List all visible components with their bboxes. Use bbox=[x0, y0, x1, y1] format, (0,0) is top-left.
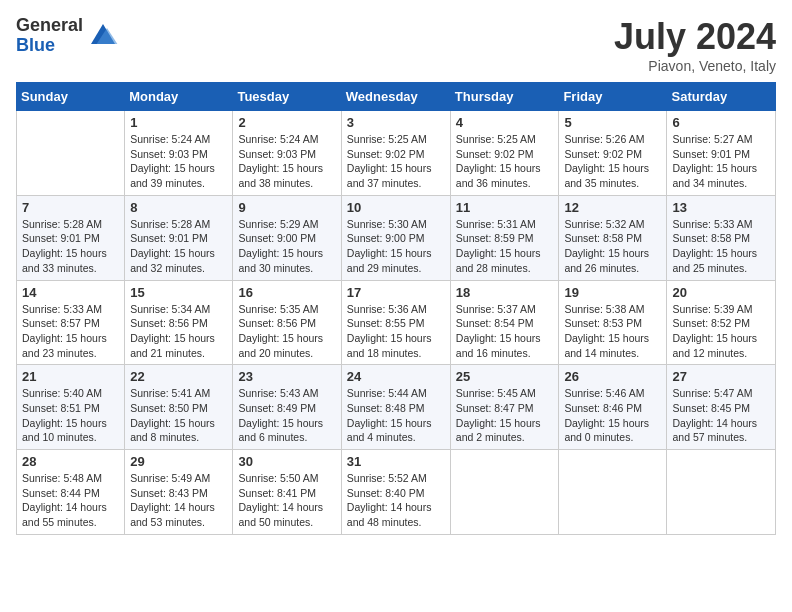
day-number: 7 bbox=[22, 200, 119, 215]
day-number: 23 bbox=[238, 369, 335, 384]
day-number: 12 bbox=[564, 200, 661, 215]
calendar-cell: 27Sunrise: 5:47 AMSunset: 8:45 PMDayligh… bbox=[667, 365, 776, 450]
calendar-cell: 4Sunrise: 5:25 AMSunset: 9:02 PMDaylight… bbox=[450, 111, 559, 196]
calendar-cell bbox=[559, 450, 667, 535]
day-number: 15 bbox=[130, 285, 227, 300]
week-row-1: 1Sunrise: 5:24 AMSunset: 9:03 PMDaylight… bbox=[17, 111, 776, 196]
calendar-cell: 3Sunrise: 5:25 AMSunset: 9:02 PMDaylight… bbox=[341, 111, 450, 196]
day-number: 17 bbox=[347, 285, 445, 300]
day-info: Sunrise: 5:44 AMSunset: 8:48 PMDaylight:… bbox=[347, 386, 445, 445]
calendar-cell: 2Sunrise: 5:24 AMSunset: 9:03 PMDaylight… bbox=[233, 111, 341, 196]
calendar-cell: 7Sunrise: 5:28 AMSunset: 9:01 PMDaylight… bbox=[17, 195, 125, 280]
calendar-cell: 22Sunrise: 5:41 AMSunset: 8:50 PMDayligh… bbox=[125, 365, 233, 450]
calendar-cell: 21Sunrise: 5:40 AMSunset: 8:51 PMDayligh… bbox=[17, 365, 125, 450]
day-info: Sunrise: 5:37 AMSunset: 8:54 PMDaylight:… bbox=[456, 302, 554, 361]
week-row-4: 21Sunrise: 5:40 AMSunset: 8:51 PMDayligh… bbox=[17, 365, 776, 450]
calendar-cell bbox=[450, 450, 559, 535]
day-info: Sunrise: 5:48 AMSunset: 8:44 PMDaylight:… bbox=[22, 471, 119, 530]
calendar-cell: 23Sunrise: 5:43 AMSunset: 8:49 PMDayligh… bbox=[233, 365, 341, 450]
day-info: Sunrise: 5:39 AMSunset: 8:52 PMDaylight:… bbox=[672, 302, 770, 361]
day-info: Sunrise: 5:29 AMSunset: 9:00 PMDaylight:… bbox=[238, 217, 335, 276]
day-info: Sunrise: 5:33 AMSunset: 8:57 PMDaylight:… bbox=[22, 302, 119, 361]
calendar-cell: 30Sunrise: 5:50 AMSunset: 8:41 PMDayligh… bbox=[233, 450, 341, 535]
day-info: Sunrise: 5:49 AMSunset: 8:43 PMDaylight:… bbox=[130, 471, 227, 530]
day-number: 31 bbox=[347, 454, 445, 469]
day-number: 26 bbox=[564, 369, 661, 384]
calendar-cell: 16Sunrise: 5:35 AMSunset: 8:56 PMDayligh… bbox=[233, 280, 341, 365]
weekday-header-wednesday: Wednesday bbox=[341, 83, 450, 111]
day-number: 5 bbox=[564, 115, 661, 130]
day-info: Sunrise: 5:28 AMSunset: 9:01 PMDaylight:… bbox=[130, 217, 227, 276]
page-header: General Blue July 2024 Piavon, Veneto, I… bbox=[16, 16, 776, 74]
day-info: Sunrise: 5:30 AMSunset: 9:00 PMDaylight:… bbox=[347, 217, 445, 276]
calendar-cell: 19Sunrise: 5:38 AMSunset: 8:53 PMDayligh… bbox=[559, 280, 667, 365]
day-number: 22 bbox=[130, 369, 227, 384]
calendar-cell: 31Sunrise: 5:52 AMSunset: 8:40 PMDayligh… bbox=[341, 450, 450, 535]
calendar-cell: 5Sunrise: 5:26 AMSunset: 9:02 PMDaylight… bbox=[559, 111, 667, 196]
day-number: 30 bbox=[238, 454, 335, 469]
day-number: 4 bbox=[456, 115, 554, 130]
logo-icon bbox=[87, 20, 119, 52]
location-subtitle: Piavon, Veneto, Italy bbox=[614, 58, 776, 74]
calendar-cell: 8Sunrise: 5:28 AMSunset: 9:01 PMDaylight… bbox=[125, 195, 233, 280]
weekday-header-tuesday: Tuesday bbox=[233, 83, 341, 111]
week-row-5: 28Sunrise: 5:48 AMSunset: 8:44 PMDayligh… bbox=[17, 450, 776, 535]
day-number: 16 bbox=[238, 285, 335, 300]
day-info: Sunrise: 5:46 AMSunset: 8:46 PMDaylight:… bbox=[564, 386, 661, 445]
day-info: Sunrise: 5:36 AMSunset: 8:55 PMDaylight:… bbox=[347, 302, 445, 361]
day-info: Sunrise: 5:52 AMSunset: 8:40 PMDaylight:… bbox=[347, 471, 445, 530]
calendar-cell: 29Sunrise: 5:49 AMSunset: 8:43 PMDayligh… bbox=[125, 450, 233, 535]
day-number: 3 bbox=[347, 115, 445, 130]
day-info: Sunrise: 5:25 AMSunset: 9:02 PMDaylight:… bbox=[456, 132, 554, 191]
day-info: Sunrise: 5:32 AMSunset: 8:58 PMDaylight:… bbox=[564, 217, 661, 276]
calendar-cell: 18Sunrise: 5:37 AMSunset: 8:54 PMDayligh… bbox=[450, 280, 559, 365]
day-info: Sunrise: 5:26 AMSunset: 9:02 PMDaylight:… bbox=[564, 132, 661, 191]
calendar-cell: 20Sunrise: 5:39 AMSunset: 8:52 PMDayligh… bbox=[667, 280, 776, 365]
day-info: Sunrise: 5:27 AMSunset: 9:01 PMDaylight:… bbox=[672, 132, 770, 191]
calendar-cell: 25Sunrise: 5:45 AMSunset: 8:47 PMDayligh… bbox=[450, 365, 559, 450]
day-number: 19 bbox=[564, 285, 661, 300]
calendar-cell bbox=[667, 450, 776, 535]
day-info: Sunrise: 5:24 AMSunset: 9:03 PMDaylight:… bbox=[238, 132, 335, 191]
day-info: Sunrise: 5:43 AMSunset: 8:49 PMDaylight:… bbox=[238, 386, 335, 445]
calendar-cell: 28Sunrise: 5:48 AMSunset: 8:44 PMDayligh… bbox=[17, 450, 125, 535]
calendar-cell: 10Sunrise: 5:30 AMSunset: 9:00 PMDayligh… bbox=[341, 195, 450, 280]
weekday-header-thursday: Thursday bbox=[450, 83, 559, 111]
day-number: 28 bbox=[22, 454, 119, 469]
logo-blue: Blue bbox=[16, 36, 83, 56]
day-number: 2 bbox=[238, 115, 335, 130]
calendar-cell: 24Sunrise: 5:44 AMSunset: 8:48 PMDayligh… bbox=[341, 365, 450, 450]
day-number: 9 bbox=[238, 200, 335, 215]
day-number: 8 bbox=[130, 200, 227, 215]
weekday-header-monday: Monday bbox=[125, 83, 233, 111]
day-number: 11 bbox=[456, 200, 554, 215]
calendar-cell: 1Sunrise: 5:24 AMSunset: 9:03 PMDaylight… bbox=[125, 111, 233, 196]
day-info: Sunrise: 5:50 AMSunset: 8:41 PMDaylight:… bbox=[238, 471, 335, 530]
day-info: Sunrise: 5:40 AMSunset: 8:51 PMDaylight:… bbox=[22, 386, 119, 445]
weekday-header-friday: Friday bbox=[559, 83, 667, 111]
day-number: 25 bbox=[456, 369, 554, 384]
day-number: 21 bbox=[22, 369, 119, 384]
calendar-cell: 6Sunrise: 5:27 AMSunset: 9:01 PMDaylight… bbox=[667, 111, 776, 196]
day-info: Sunrise: 5:31 AMSunset: 8:59 PMDaylight:… bbox=[456, 217, 554, 276]
day-number: 29 bbox=[130, 454, 227, 469]
calendar-cell bbox=[17, 111, 125, 196]
day-info: Sunrise: 5:24 AMSunset: 9:03 PMDaylight:… bbox=[130, 132, 227, 191]
day-info: Sunrise: 5:41 AMSunset: 8:50 PMDaylight:… bbox=[130, 386, 227, 445]
week-row-3: 14Sunrise: 5:33 AMSunset: 8:57 PMDayligh… bbox=[17, 280, 776, 365]
day-info: Sunrise: 5:33 AMSunset: 8:58 PMDaylight:… bbox=[672, 217, 770, 276]
day-number: 14 bbox=[22, 285, 119, 300]
calendar-cell: 14Sunrise: 5:33 AMSunset: 8:57 PMDayligh… bbox=[17, 280, 125, 365]
logo: General Blue bbox=[16, 16, 119, 56]
day-number: 24 bbox=[347, 369, 445, 384]
day-number: 1 bbox=[130, 115, 227, 130]
day-info: Sunrise: 5:28 AMSunset: 9:01 PMDaylight:… bbox=[22, 217, 119, 276]
calendar-cell: 13Sunrise: 5:33 AMSunset: 8:58 PMDayligh… bbox=[667, 195, 776, 280]
week-row-2: 7Sunrise: 5:28 AMSunset: 9:01 PMDaylight… bbox=[17, 195, 776, 280]
day-number: 27 bbox=[672, 369, 770, 384]
calendar-table: SundayMondayTuesdayWednesdayThursdayFrid… bbox=[16, 82, 776, 535]
day-number: 13 bbox=[672, 200, 770, 215]
day-number: 10 bbox=[347, 200, 445, 215]
day-info: Sunrise: 5:45 AMSunset: 8:47 PMDaylight:… bbox=[456, 386, 554, 445]
weekday-header-sunday: Sunday bbox=[17, 83, 125, 111]
